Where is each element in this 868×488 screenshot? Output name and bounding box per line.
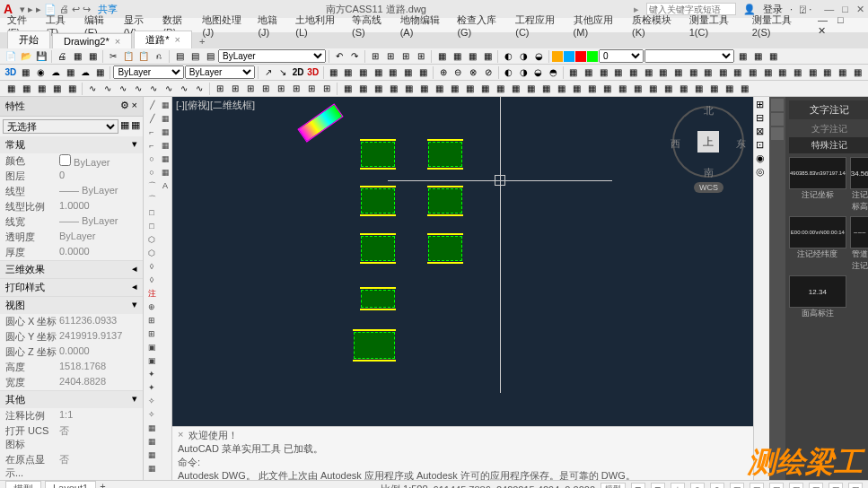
polyline-icon[interactable]: ⌐	[145, 126, 158, 138]
tool-icon[interactable]: ○	[145, 166, 158, 179]
tool-icon[interactable]: ▦	[656, 65, 671, 80]
nav-icon[interactable]: ⊟	[756, 112, 767, 124]
tool-icon[interactable]: ▦	[159, 112, 171, 125]
tool-icon[interactable]: ▦	[746, 65, 760, 80]
text-icon[interactable]: A	[159, 179, 171, 192]
tool-icon[interactable]: ▦	[523, 82, 538, 96]
tool-icon[interactable]: ▦	[145, 435, 158, 448]
tab-drawing[interactable]: Drawing2*×	[52, 33, 132, 48]
tool-icon[interactable]: ◊	[145, 260, 158, 273]
tool-icon[interactable]: ∿	[85, 82, 100, 96]
tool-icon[interactable]: ▦	[462, 82, 477, 96]
menu-item[interactable]: 地籍(J)	[254, 13, 290, 38]
nav-icon[interactable]: ⊡	[756, 139, 767, 151]
line-icon[interactable]: ╱	[145, 99, 158, 111]
tool-icon[interactable]: ▦	[554, 82, 568, 96]
menu-item[interactable]: 测量工具1(C)	[686, 13, 747, 38]
tool-icon[interactable]: ▦	[145, 449, 158, 461]
tool-icon[interactable]: ▦	[65, 82, 79, 96]
tool-icon[interactable]: ▦	[701, 65, 715, 80]
linetype-select[interactable]: 0	[599, 49, 644, 63]
tool-icon[interactable]: ▦	[611, 65, 626, 80]
swatch-pipe[interactable]: ~~~	[850, 216, 868, 248]
tool-icon[interactable]: ⊞	[243, 82, 258, 96]
tool-icon[interactable]: ✦	[145, 368, 158, 380]
tool-icon[interactable]: ▦	[722, 82, 736, 96]
tool-icon[interactable]: ▦	[19, 82, 33, 96]
tool-icon[interactable]: ▦	[371, 82, 385, 96]
tool-icon[interactable]: ⊞	[213, 82, 227, 96]
tool-icon[interactable]: ▦	[600, 82, 614, 96]
tool-icon[interactable]: ▦	[850, 65, 864, 80]
tool-icon[interactable]: □	[145, 220, 158, 232]
tool-icon[interactable]: ▦	[341, 65, 355, 80]
tool-icon[interactable]: ▦	[159, 166, 171, 179]
swatch-latlon[interactable]: E00:00:00\nN00:00:14	[789, 216, 846, 248]
copy-icon[interactable]: 📋	[121, 49, 136, 64]
tool-icon[interactable]: ⌒	[145, 193, 158, 205]
tool-icon[interactable]: ⊞	[399, 49, 413, 64]
menu-item[interactable]: 地物编辑(A)	[397, 13, 452, 38]
tool-icon[interactable]: ⊞	[259, 82, 273, 96]
tab-home[interactable]: 开始	[7, 30, 50, 48]
tool-icon[interactable]: ▦	[416, 82, 431, 96]
new-icon[interactable]: 📄	[4, 49, 18, 64]
color-icon[interactable]	[564, 51, 574, 62]
layer-dropdown[interactable]: ByLayer	[113, 65, 183, 79]
tool-icon[interactable]: ⊞	[145, 327, 158, 340]
tool-icon[interactable]: ⊞	[304, 82, 319, 96]
tool-icon[interactable]: ✦	[145, 381, 158, 394]
tool-icon[interactable]: ▦	[159, 152, 171, 165]
status-icon[interactable]: ▦	[789, 483, 803, 489]
tool-icon[interactable]: ⊞	[414, 49, 428, 64]
cut-icon[interactable]: ✂	[106, 49, 120, 64]
tool-icon[interactable]: ▦	[566, 65, 581, 80]
circle-icon[interactable]: ○	[145, 152, 158, 165]
cmdline-close-icon[interactable]: ×	[178, 429, 183, 440]
panel-menu-icon[interactable]: ⚙ ×	[120, 100, 137, 113]
tool-icon[interactable]: ╱	[145, 112, 158, 125]
tool-icon[interactable]: ◐	[502, 65, 516, 80]
tool-icon[interactable]: ▦	[661, 82, 675, 96]
arc-icon[interactable]: ⌒	[145, 179, 158, 192]
tool-icon[interactable]: ▦	[569, 82, 583, 96]
tool-icon[interactable]: ▦	[19, 65, 33, 80]
tool-icon[interactable]: ▦	[34, 82, 48, 96]
tool-icon[interactable]: ▦	[716, 65, 731, 80]
rect-icon[interactable]: □	[145, 206, 158, 219]
tab-add-icon[interactable]: +	[194, 34, 210, 48]
tool-icon[interactable]: ▦	[93, 65, 108, 80]
tool-icon[interactable]: ◒	[531, 65, 546, 80]
tool-icon[interactable]: ▦	[820, 65, 835, 80]
nav-icon[interactable]: ◉	[756, 152, 767, 164]
tool-icon[interactable]: ◒	[531, 49, 546, 64]
layer-icon[interactable]: ▤	[172, 49, 187, 64]
minimize2-icon[interactable]: —	[814, 14, 831, 25]
tool-icon[interactable]: ▦	[4, 82, 18, 96]
tool-icon[interactable]: ▦	[776, 65, 790, 80]
tool-icon[interactable]: ▦	[85, 49, 100, 64]
command-line[interactable]: × 欢迎使用！ AutoCAD 菜单实用工具 已加载。 命令: Autodesk…	[172, 426, 753, 480]
3d-icon[interactable]: 3D	[4, 65, 18, 80]
2d-icon[interactable]: 2D	[291, 65, 305, 80]
tool-icon[interactable]: ▦	[447, 82, 461, 96]
save-icon[interactable]: 💾	[34, 49, 48, 64]
tool-icon[interactable]: ▦	[676, 82, 690, 96]
snap-icon[interactable]: ⊡	[651, 483, 665, 489]
tool-icon[interactable]: ▦	[49, 82, 64, 96]
tool-icon[interactable]: ⬡	[145, 233, 158, 246]
tool-icon[interactable]: ▦	[731, 65, 745, 80]
tool-icon[interactable]: ∿	[162, 82, 176, 96]
viewport-label[interactable]: [-][俯视][二维线框]	[176, 99, 255, 112]
tool-icon[interactable]: ◊	[145, 274, 158, 286]
tool-icon[interactable]: ⊘	[481, 65, 495, 80]
tool-icon[interactable]: ▦	[416, 65, 430, 80]
palette-icon[interactable]	[771, 127, 784, 140]
layout-tab[interactable]: Layout1	[45, 481, 96, 488]
tool-icon[interactable]: ⊕	[145, 301, 158, 313]
palette-icon[interactable]	[771, 99, 784, 111]
model-button[interactable]: 模型	[601, 483, 626, 489]
tool-icon[interactable]: ▦	[791, 65, 805, 80]
tool-icon[interactable]: ▦	[584, 82, 599, 96]
tool-icon[interactable]: ∿	[116, 82, 130, 96]
